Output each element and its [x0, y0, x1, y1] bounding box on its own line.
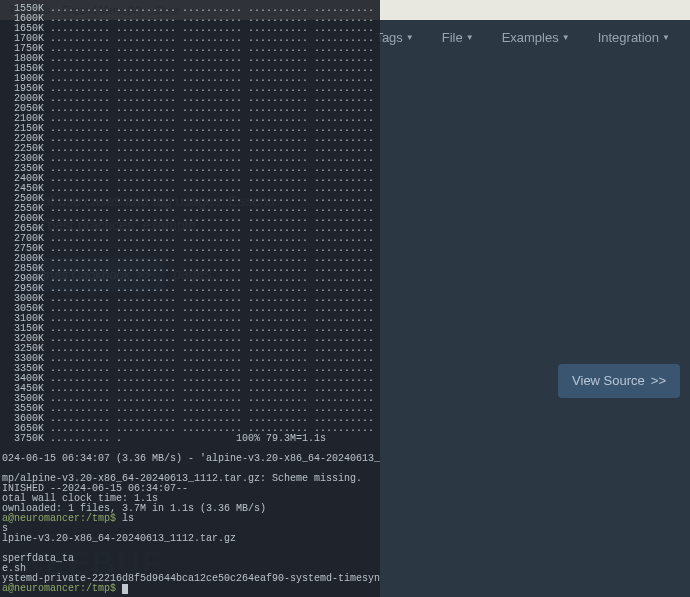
caret-down-icon: ▼ — [466, 33, 474, 42]
menu-label: File — [442, 30, 463, 45]
download-progress-final: 3750K .......... . 100% 79.3M=1.1s — [2, 434, 378, 444]
caret-down-icon: ▼ — [562, 33, 570, 42]
caret-down-icon: ▼ — [662, 33, 670, 42]
button-label: View Source — [572, 370, 645, 392]
menu-file[interactable]: File ▼ — [442, 30, 474, 45]
terminal-ls-output: lpine-v3.20-x86_64-20240613_1112.tar.gz — [2, 534, 378, 544]
chevron-right-icon: >> — [651, 370, 666, 392]
terminal-prompt-line: a@neuromancer:/tmp$ ls — [2, 514, 378, 524]
menu-examples[interactable]: Examples ▼ — [502, 30, 570, 45]
terminal-prompt-line[interactable]: a@neuromancer:/tmp$ — [2, 584, 378, 594]
terminal-saved-line: 024-06-15 06:34:07 (3.36 MB/s) - 'alpine… — [2, 454, 378, 464]
menu-tags[interactable]: Tags ▼ — [375, 30, 413, 45]
cursor-icon — [122, 584, 128, 594]
menu-label: Examples — [502, 30, 559, 45]
caret-down-icon: ▼ — [406, 33, 414, 42]
menu-integration[interactable]: Integration ▼ — [598, 30, 670, 45]
menu-label: Integration — [598, 30, 659, 45]
terminal-ls-output: sperfdata_ta — [2, 554, 378, 564]
terminal-window[interactable]: 1550K .......... .......... .......... .… — [0, 0, 380, 597]
view-source-button[interactable]: View Source >> — [558, 364, 680, 398]
